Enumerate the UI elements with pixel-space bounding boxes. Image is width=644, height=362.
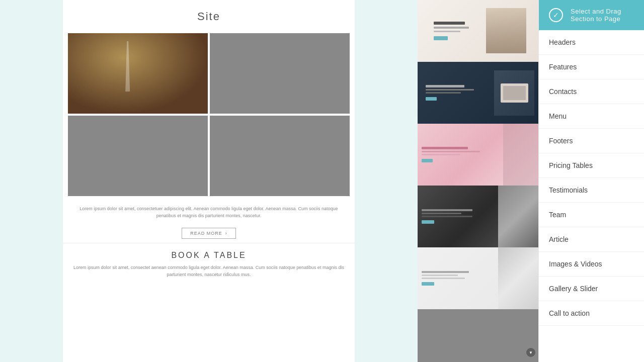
thumb-light-line-1 [422, 271, 469, 273]
scroll-down-button[interactable]: ▼ [526, 348, 535, 357]
thumb-dark-content [418, 186, 498, 247]
site-header: Site [63, 0, 355, 28]
category-list: Headers Features Contacts Menu Footers P… [539, 30, 644, 362]
thumb-light-line-2 [422, 275, 458, 276]
right-panel: ▲ [418, 0, 644, 362]
book-section: BOOK A TABLE Lorem ipsum dolor sit amet,… [63, 243, 355, 286]
site-preview: Site Lorem ipsum dolor sit amet, consect… [63, 0, 355, 362]
thumb-sub-decoration [434, 27, 469, 29]
thumb-dark-line-2 [422, 213, 461, 214]
thumb-title-decoration [434, 22, 465, 25]
thumb-hero-img [498, 186, 538, 247]
thumbnail-simple-header[interactable] [418, 0, 538, 62]
site-title: Site [68, 10, 350, 23]
cat-item-testimonials[interactable]: Testimonials [539, 178, 644, 203]
cat-item-contacts[interactable]: Contacts [539, 79, 644, 104]
photo-grid [63, 28, 355, 201]
categories-column: ✓ Select and Drag Section to Page Header… [538, 0, 644, 362]
thumbnail-light-header[interactable] [418, 247, 538, 309]
thumb-inner-1 [430, 6, 526, 55]
thumb-light-content [418, 247, 498, 309]
thumb-button-decoration [434, 36, 448, 40]
book-title: BOOK A TABLE [73, 251, 345, 260]
thumbnails-column: ▲ [418, 0, 538, 362]
thumbnail-dark-header[interactable] [418, 186, 538, 247]
thumb-light-img [498, 247, 538, 309]
photo-wine [68, 33, 208, 114]
cat-item-team[interactable]: Team [539, 203, 644, 227]
cat-item-headers[interactable]: Headers [539, 30, 644, 55]
cat-item-article[interactable]: Article [539, 227, 644, 252]
website-preview-panel: Site Lorem ipsum dolor sit amet, consect… [0, 0, 418, 362]
photo-food-left [68, 116, 208, 196]
thumb-dark-button [422, 220, 434, 224]
read-more-label: READ MORE [190, 231, 222, 236]
check-symbol: ✓ [553, 11, 559, 19]
lorem-description: Lorem ipsum dolor sit amet, consectetuer… [63, 201, 355, 224]
book-text: Lorem ipsum dolor sit amet, consectet ae… [73, 264, 345, 279]
thumb-sub-sm-decoration [434, 31, 460, 32]
thumbnail-header-laptop[interactable] [418, 62, 538, 124]
arrow-icon: › [225, 231, 227, 236]
cat-item-features[interactable]: Features [539, 55, 644, 79]
photo-restaurant [210, 33, 350, 114]
read-more-button[interactable]: READ MORE › [63, 228, 355, 239]
thumbnail-pink-header[interactable] [418, 124, 538, 186]
cat-item-footers[interactable]: Footers [539, 129, 644, 153]
cat-item-images-videos[interactable]: Images & Videos [539, 252, 644, 277]
cat-item-pricing-tables[interactable]: Pricing Tables [539, 153, 644, 178]
cat-item-gallery-slider[interactable]: Gallery & Slider [539, 277, 644, 301]
thumb-light-button [422, 282, 434, 286]
photo-food-right [210, 116, 350, 196]
checkmark-icon: ✓ [549, 8, 563, 22]
thumb-pink-content [418, 143, 503, 166]
cat-item-menu[interactable]: Menu [539, 104, 644, 129]
cat-item-call-to-action[interactable]: Call to action [539, 301, 644, 326]
top-bar: ✓ Select and Drag Section to Page [539, 0, 644, 30]
thumb-dark-line-1 [422, 209, 472, 211]
top-bar-title: Select and Drag Section to Page [571, 8, 634, 23]
wine-glass-decoration [124, 41, 131, 92]
